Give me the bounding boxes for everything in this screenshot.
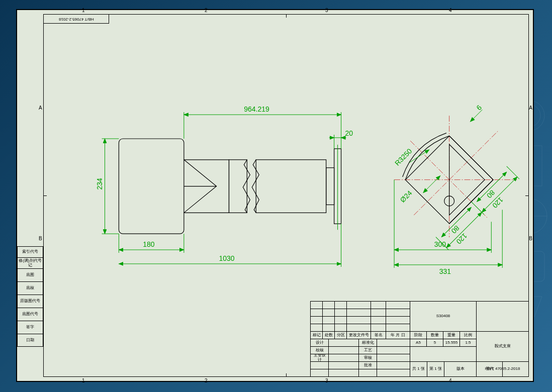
role-1: 校核 [311, 347, 329, 354]
dim-20: 20 [345, 129, 353, 137]
side-cell: 日期 [17, 334, 43, 347]
sheet-ver: 版本 [444, 362, 477, 377]
svg-line-37 [471, 202, 484, 214]
part-name-cell: 鞍式支座 [477, 332, 529, 362]
dim-1030: 1030 [219, 254, 235, 262]
side-view: 120 80 80 120 6 R3250 [375, 91, 528, 275]
dim-300: 300 [434, 240, 446, 248]
left-margin-table: 索引代号 修(调)剂代号记 底图 底核 原版图代号 底图代号 签字 日期 [17, 246, 43, 347]
role-6: 批准 [359, 362, 377, 369]
drawing-sheet: 索引代号 修(调)剂代号记 底图 底核 原版图代号 底图代号 签字 日期 HB/… [16, 9, 534, 382]
dim-80b: 80 [449, 224, 461, 235]
dim-r325: R3250 [393, 147, 414, 167]
dim-234: 234 [96, 178, 104, 190]
side-cell: 底图 [17, 268, 43, 281]
spec-v0: A5 [410, 339, 427, 347]
sheet-total: 共 1 张 [410, 362, 427, 377]
spec-h3: 比例 [460, 332, 477, 339]
rev-h2: 分区 [335, 332, 347, 339]
svg-line-36 [507, 166, 519, 179]
ruler-top: 3 [325, 8, 328, 13]
side-cell: 底核 [17, 281, 43, 295]
side-cell: 原版图代号 [17, 295, 43, 308]
role-2: 主管设计 [311, 354, 329, 362]
ruler-bot: 4 [449, 378, 452, 383]
zone-label-b-left: B [39, 236, 42, 241]
spec-v2: 15.555 [443, 339, 460, 347]
svg-rect-6 [229, 160, 247, 213]
ruler-bot: 3 [325, 378, 328, 383]
spec-h1: 数量 [427, 332, 443, 339]
side-cell: 签字 [17, 321, 43, 334]
drawing-frame: HB/T 47065.2-2018 A A B B 1 2 3 4 1 2 3 … [43, 14, 529, 377]
sheet-current: 第 1 张 [427, 362, 444, 377]
replace-label: 替代 [477, 362, 503, 377]
role-3: 标准化 [359, 339, 377, 347]
role-0: 设计 [311, 339, 329, 347]
front-view: 964.219 20 234 180 1 [96, 105, 353, 267]
side-cell: 索引代号 [17, 246, 43, 257]
svg-rect-5 [119, 139, 183, 234]
ruler-top: 4 [449, 8, 452, 13]
zone-label-a-right: A [529, 105, 532, 111]
ruler-bot: 2 [205, 378, 208, 383]
material-cell: S30408 [410, 302, 477, 332]
ruler-top: 1 [82, 8, 85, 13]
side-cell: 修(调)剂代号记 [17, 257, 43, 268]
svg-line-41 [423, 176, 440, 193]
role-5: 审核 [359, 354, 377, 362]
rev-h1: 处数 [323, 332, 335, 339]
rev-h0: 标记 [311, 332, 323, 339]
rev-h4: 签名 [371, 332, 386, 339]
rev-h5: 年 月 日 [386, 332, 410, 339]
dim-phi24: Ø24 [399, 189, 414, 204]
dim-180: 180 [143, 240, 155, 248]
rev-h3: 更改文件号 [347, 332, 371, 339]
spec-h2: 重量 [443, 332, 460, 339]
svg-rect-8 [326, 168, 334, 205]
title-block: 标记 处数 分区 更改文件号 签名 年 月 日 S30408 鞍式支座 阶段 数… [310, 301, 528, 376]
zone-label-b-right: B [529, 236, 532, 241]
ruler-top: 2 [205, 8, 208, 13]
ruler-bot: 1 [82, 378, 85, 383]
zone-label-a-left: A [39, 105, 42, 111]
role-4: 工艺 [359, 347, 377, 354]
dim-964: 964.219 [244, 105, 269, 113]
svg-rect-7 [256, 160, 326, 213]
side-cell: 底图代号 [17, 308, 43, 321]
dim-6: 6 [475, 103, 483, 112]
spec-v1: 5 [427, 339, 443, 347]
spec-h0: 阶段 [410, 332, 427, 339]
dim-331: 331 [439, 267, 451, 275]
dim-80a: 80 [485, 188, 496, 200]
spec-v3: 1:5 [460, 339, 477, 347]
